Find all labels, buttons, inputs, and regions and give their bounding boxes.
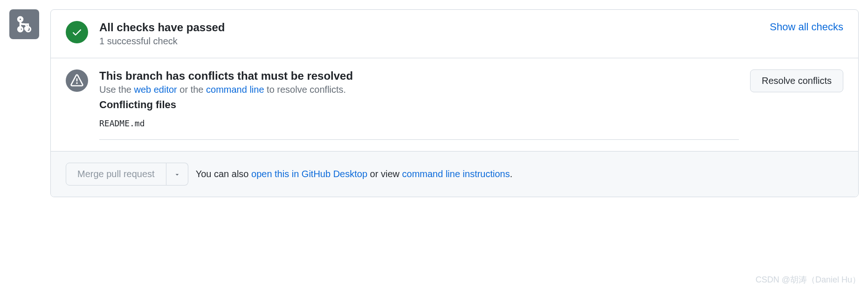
command-line-link[interactable]: command line — [206, 84, 264, 95]
merge-button-group: Merge pull request — [66, 163, 188, 186]
resolve-conflicts-button[interactable]: Resolve conflicts — [750, 69, 843, 92]
web-editor-link[interactable]: web editor — [134, 84, 177, 95]
open-desktop-link[interactable]: open this in GitHub Desktop — [251, 169, 367, 179]
conflict-file-item: README.md — [99, 118, 739, 140]
merge-dropdown-button[interactable] — [166, 163, 188, 186]
cli-instructions-link[interactable]: command line instructions — [402, 169, 510, 179]
check-icon — [71, 27, 83, 38]
triangle-down-icon — [174, 171, 180, 178]
merge-pull-request-button[interactable]: Merge pull request — [66, 163, 166, 186]
svg-point-0 — [18, 17, 23, 21]
conflicts-title: This branch has conflicts that must be r… — [99, 69, 739, 83]
checks-subtitle: 1 successful check — [99, 36, 758, 47]
checks-content: All checks have passed 1 successful chec… — [99, 21, 758, 47]
conflicts-help-text: Use the web editor or the command line t… — [99, 84, 739, 95]
success-status-icon — [66, 21, 88, 43]
conflicting-files-heading: Conflicting files — [99, 99, 739, 111]
git-merge-icon — [16, 16, 33, 33]
merge-box: All checks have passed 1 successful chec… — [50, 9, 859, 197]
merge-footer: Merge pull request You can also open thi… — [51, 151, 858, 197]
git-merge-badge — [9, 9, 39, 39]
conflicts-content: This branch has conflicts that must be r… — [99, 69, 739, 140]
show-all-checks-link[interactable]: Show all checks — [770, 21, 843, 33]
pr-merge-panel: All checks have passed 1 successful chec… — [9, 9, 859, 197]
alert-icon — [70, 74, 83, 87]
warning-status-icon — [66, 69, 88, 92]
merge-alt-text: You can also open this in GitHub Desktop… — [196, 169, 513, 179]
speech-arrow — [50, 19, 51, 32]
checks-section: All checks have passed 1 successful chec… — [51, 10, 858, 58]
conflicts-section: This branch has conflicts that must be r… — [51, 58, 858, 151]
checks-title: All checks have passed — [99, 21, 758, 34]
